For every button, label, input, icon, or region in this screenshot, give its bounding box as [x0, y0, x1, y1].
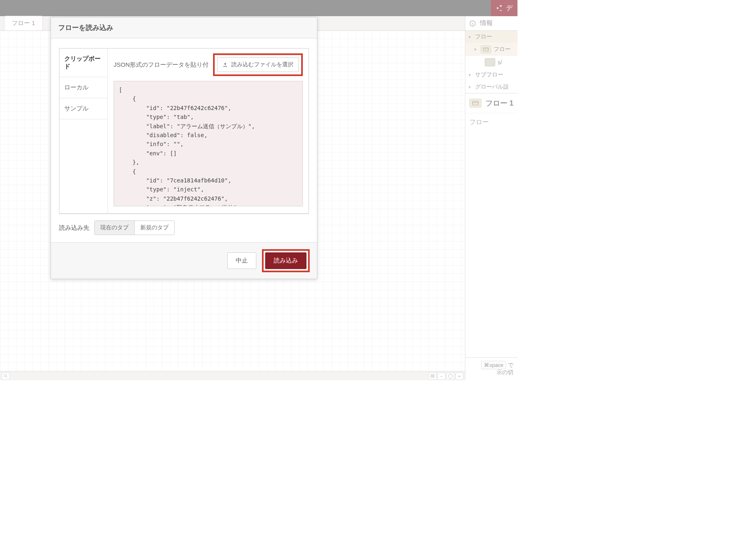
- import-modal: フローを読み込み クリップボード ローカル サンプル JSON形式のフローデータ…: [51, 17, 317, 279]
- import-button[interactable]: 読み込み: [265, 252, 306, 269]
- dest-label: 読み込み先: [59, 224, 89, 232]
- import-button-highlight: 読み込み: [262, 249, 310, 272]
- tab-local[interactable]: ローカル: [59, 77, 108, 98]
- dest-current-tab[interactable]: 現在のタブ: [95, 221, 134, 235]
- tab-sample[interactable]: サンプル: [59, 98, 108, 119]
- dest-segment-group: 現在のタブ 新規のタブ: [94, 220, 175, 235]
- modal-title: フローを読み込み: [51, 17, 317, 38]
- select-file-label: 読み込むファイルを選択: [231, 61, 294, 68]
- paste-label: JSON形式のフローデータを貼り付け: [114, 61, 209, 69]
- select-file-button[interactable]: 読み込むファイルを選択: [217, 57, 299, 72]
- file-button-highlight: 読み込むファイルを選択: [213, 53, 303, 76]
- upload-icon: [222, 62, 228, 68]
- import-destination: 読み込み先 現在のタブ 新規のタブ: [59, 214, 309, 240]
- cancel-button[interactable]: 中止: [227, 252, 256, 269]
- json-input[interactable]: [114, 81, 303, 206]
- tab-clipboard[interactable]: クリップボード: [59, 49, 108, 77]
- dest-new-tab[interactable]: 新規のタブ: [134, 221, 174, 235]
- import-source-tabs: クリップボード ローカル サンプル: [59, 49, 108, 213]
